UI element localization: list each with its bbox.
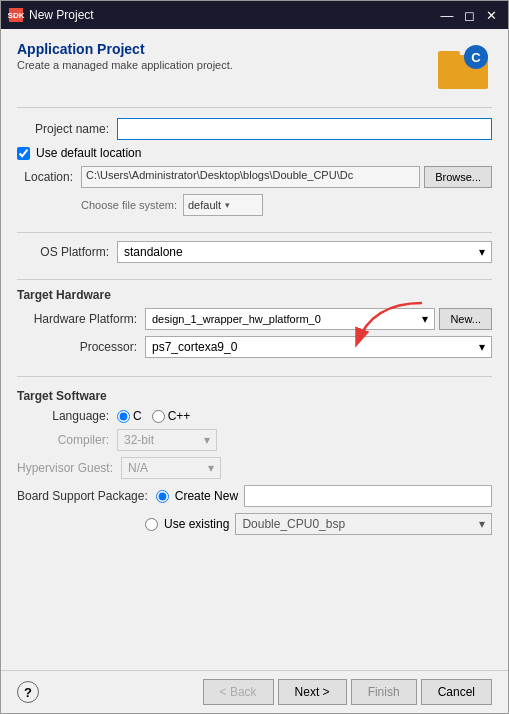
header-divider (17, 107, 492, 108)
target-hardware-section: Target Hardware Hardware Platform: desig… (17, 288, 492, 364)
processor-row: Processor: ps7_cortexa9_0 ▾ (17, 336, 492, 358)
hypervisor-dropdown[interactable]: N/A ▾ (121, 457, 221, 479)
window-controls: — ◻ ✕ (438, 6, 500, 24)
language-label: Language: (17, 409, 117, 423)
bsp-use-existing-radio[interactable] (145, 518, 158, 531)
content-area: Application Project Create a managed mak… (1, 29, 508, 670)
filesystem-label: Choose file system: (81, 199, 177, 211)
language-row: Language: C C++ (17, 409, 492, 423)
minimize-button[interactable]: — (438, 6, 456, 24)
processor-arrow: ▾ (479, 340, 485, 354)
location-value: C:\Users\Administrator\Desktop\blogs\Dou… (86, 169, 353, 181)
os-platform-row: OS Platform: standalone ▾ (17, 241, 492, 263)
bsp-create-new-row: Board Support Package: Create New (17, 485, 492, 507)
bsp-existing-group: Use existing Double_CPU0_bsp ▾ (145, 513, 492, 535)
os-divider (17, 232, 492, 233)
location-row: Location: C:\Users\Administrator\Desktop… (17, 166, 492, 188)
compiler-dropdown[interactable]: 32-bit ▾ (117, 429, 217, 451)
hypervisor-row: Hypervisor Guest: N/A ▾ (17, 457, 492, 479)
compiler-arrow: ▾ (204, 433, 210, 447)
location-label: Location: (17, 170, 81, 184)
os-platform-label: OS Platform: (17, 245, 117, 259)
bsp-use-existing-row: Use existing Double_CPU0_bsp ▾ (17, 513, 492, 535)
page-title: Application Project (17, 41, 233, 57)
bsp-use-existing-label: Use existing (164, 517, 229, 531)
finish-button[interactable]: Finish (351, 679, 417, 705)
window-body: Application Project Create a managed mak… (1, 29, 508, 713)
hw-platform-label: Hardware Platform: (17, 312, 145, 326)
close-button[interactable]: ✕ (482, 6, 500, 24)
header-section: Application Project Create a managed mak… (17, 41, 492, 91)
location-display: C:\Users\Administrator\Desktop\blogs\Dou… (81, 166, 420, 188)
target-software-section: Target Software Language: C C++ (17, 389, 492, 541)
next-button[interactable]: Next > (278, 679, 347, 705)
header-text: Application Project Create a managed mak… (17, 41, 233, 71)
hw-platform-row: Hardware Platform: design_1_wrapper_hw_p… (17, 308, 492, 330)
cancel-button[interactable]: Cancel (421, 679, 492, 705)
help-button[interactable]: ? (17, 681, 39, 703)
bsp-create-new-radio[interactable] (156, 490, 169, 503)
hw-platform-dropdown[interactable]: design_1_wrapper_hw_platform_0 ▾ (145, 308, 435, 330)
language-cpp-label: C++ (168, 409, 191, 423)
new-hw-button[interactable]: New... (439, 308, 492, 330)
compiler-value: 32-bit (124, 433, 154, 447)
browse-button[interactable]: Browse... (424, 166, 492, 188)
use-default-location-row: Use default location (17, 146, 492, 160)
language-c-radio[interactable] (117, 410, 130, 423)
title-bar: SDK New Project — ◻ ✕ (1, 1, 508, 29)
use-default-location-label: Use default location (36, 146, 141, 160)
project-name-row: Project name: (17, 118, 492, 140)
compiler-label: Compiler: (17, 433, 117, 447)
main-window: SDK New Project — ◻ ✕ Application Projec… (0, 0, 509, 714)
bsp-existing-dropdown[interactable]: Double_CPU0_bsp ▾ (235, 513, 492, 535)
folder-svg-icon: C (436, 41, 492, 91)
bsp-create-new-input[interactable] (244, 485, 492, 507)
processor-label: Processor: (17, 340, 145, 354)
hypervisor-value: N/A (128, 461, 148, 475)
language-c-option[interactable]: C (117, 409, 142, 423)
bottom-bar: ? < Back Next > Finish Cancel (1, 670, 508, 713)
bsp-create-new-label: Create New (175, 489, 238, 503)
page-subtitle: Create a managed make application projec… (17, 59, 233, 71)
processor-value: ps7_cortexa9_0 (152, 340, 237, 354)
svg-text:C: C (471, 50, 481, 65)
os-platform-value: standalone (124, 245, 183, 259)
header-icon: C (436, 41, 492, 91)
filesystem-row: Choose file system: default ▾ (17, 194, 492, 216)
language-radio-group: C C++ (117, 409, 190, 423)
sw-divider (17, 376, 492, 377)
use-default-location-checkbox[interactable] (17, 147, 30, 160)
sw-section-title: Target Software (17, 389, 492, 403)
project-name-label: Project name: (17, 122, 117, 136)
bsp-existing-value: Double_CPU0_bsp (242, 517, 345, 531)
app-icon: SDK (9, 8, 23, 22)
hw-section-title: Target Hardware (17, 288, 492, 302)
hypervisor-arrow: ▾ (208, 461, 214, 475)
processor-dropdown[interactable]: ps7_cortexa9_0 ▾ (145, 336, 492, 358)
hw-platform-value: design_1_wrapper_hw_platform_0 (152, 313, 321, 325)
navigation-buttons: < Back Next > Finish Cancel (203, 679, 492, 705)
hw-platform-arrow: ▾ (422, 312, 428, 326)
bsp-existing-arrow: ▾ (479, 517, 485, 531)
compiler-row: Compiler: 32-bit ▾ (17, 429, 492, 451)
os-platform-dropdown[interactable]: standalone ▾ (117, 241, 492, 263)
maximize-button[interactable]: ◻ (460, 6, 478, 24)
svg-rect-1 (438, 51, 460, 59)
hw-divider (17, 279, 492, 280)
os-dropdown-arrow: ▾ (479, 245, 485, 259)
bsp-create-group: Create New (156, 485, 492, 507)
hypervisor-label: Hypervisor Guest: (17, 461, 121, 475)
filesystem-value: default (188, 199, 221, 211)
bsp-label: Board Support Package: (17, 489, 156, 503)
language-c-label: C (133, 409, 142, 423)
language-cpp-radio[interactable] (152, 410, 165, 423)
project-name-input[interactable] (117, 118, 492, 140)
back-button[interactable]: < Back (203, 679, 274, 705)
filesystem-dropdown[interactable]: default ▾ (183, 194, 263, 216)
window-title: New Project (29, 8, 438, 22)
language-cpp-option[interactable]: C++ (152, 409, 191, 423)
filesystem-dropdown-arrow: ▾ (225, 200, 230, 210)
